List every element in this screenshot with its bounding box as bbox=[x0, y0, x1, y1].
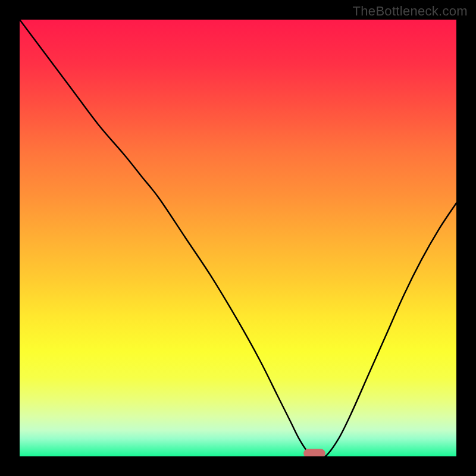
chart-frame: TheBottleneck.com bbox=[0, 0, 476, 476]
chart-svg bbox=[20, 20, 456, 456]
plot-area bbox=[20, 20, 456, 456]
optimal-zone-marker bbox=[303, 449, 325, 456]
gradient-background bbox=[20, 20, 456, 456]
watermark-text: TheBottleneck.com bbox=[353, 4, 468, 19]
